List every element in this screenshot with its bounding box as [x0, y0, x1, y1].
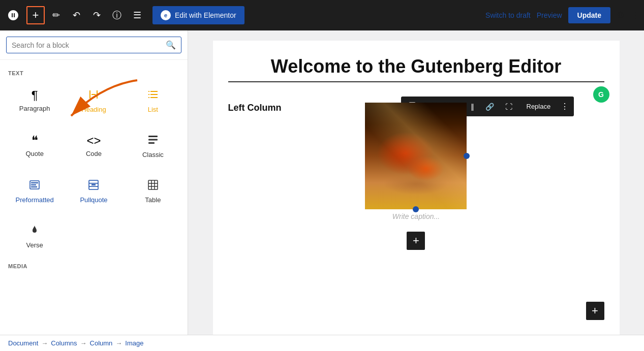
breadcrumb-sep-1: → — [41, 339, 48, 347]
pullquote-block[interactable]: Pullquote — [65, 173, 122, 210]
block-sidebar: 🔍 TEXT ¶ Paragraph — [0, 30, 188, 335]
svg-line-35 — [410, 156, 411, 172]
svg-point-31 — [383, 156, 439, 181]
add-block-bottom-button[interactable]: + — [586, 302, 604, 320]
svg-rect-15 — [89, 183, 98, 184]
center-column: Write caption... + — [353, 103, 479, 250]
svg-rect-42 — [365, 103, 467, 209]
heading-block[interactable]: Heading — [65, 82, 122, 119]
svg-rect-11 — [31, 182, 38, 183]
pullquote-icon — [87, 179, 100, 193]
svg-rect-9 — [148, 142, 155, 144]
resize-handle-right[interactable] — [464, 153, 470, 159]
quote-icon: ❝ — [32, 135, 38, 147]
image-tool-replace[interactable]: Replace — [522, 100, 556, 113]
paragraph-block[interactable]: ¶ Paragraph — [6, 82, 63, 119]
svg-point-39 — [398, 133, 434, 153]
image-tool-crop[interactable]: ⛶ — [500, 100, 517, 114]
svg-rect-41 — [434, 136, 444, 141]
svg-rect-12 — [31, 184, 36, 185]
undo-button[interactable]: ↶ — [67, 6, 85, 24]
tools-button[interactable]: ✏ — [47, 6, 65, 24]
svg-rect-18 — [148, 180, 158, 189]
page-title[interactable]: Welcome to the Gutenberg Editor — [228, 56, 604, 82]
search-icon[interactable]: 🔍 — [166, 40, 176, 50]
top-toolbar: + ✏ ↶ ↷ ⓘ ☰ e Edit with Elementor Switch… — [0, 0, 644, 30]
breadcrumb-columns[interactable]: Columns — [51, 339, 77, 347]
toolbar-right: Switch to draft Preview Update ⚙ ⋮ — [485, 7, 640, 23]
quote-label: Quote — [25, 150, 43, 157]
list-block[interactable]: List — [125, 82, 181, 119]
sidebar-search-area: 🔍 — [0, 30, 188, 60]
left-column-header: Left Column — [228, 103, 349, 113]
text-blocks-grid-2: ❝ Quote <> Code Classic — [0, 123, 188, 169]
breadcrumb-column[interactable]: Column — [90, 339, 113, 347]
svg-rect-13 — [31, 186, 37, 187]
quote-block[interactable]: ❝ Quote — [6, 127, 63, 165]
breadcrumb-bar: Document → Columns → Column → Image — [0, 335, 644, 351]
svg-rect-27 — [370, 169, 462, 171]
resize-handle-bottom[interactable] — [413, 206, 419, 212]
svg-rect-25 — [365, 103, 467, 209]
add-block-center-button[interactable]: + — [407, 232, 425, 250]
code-block[interactable]: <> Code — [65, 127, 122, 165]
preformatted-icon — [28, 179, 41, 193]
grammarly-icon: G — [593, 86, 609, 103]
image-caption[interactable]: Write caption... — [392, 212, 440, 220]
heading-label: Heading — [81, 106, 106, 113]
editor-area[interactable]: G Welcome to the Gutenberg Editor ⋮⋮ ↕ ∥… — [188, 30, 644, 335]
svg-line-36 — [416, 157, 418, 173]
media-section-label: MEDIA — [0, 259, 188, 271]
preformatted-block[interactable]: Preformatted — [6, 173, 63, 210]
verse-block[interactable]: Verse — [6, 218, 63, 255]
breadcrumb-sep-3: → — [115, 339, 122, 347]
breadcrumb-document[interactable]: Document — [8, 339, 38, 347]
svg-rect-26 — [370, 169, 462, 204]
text-section-label: TEXT — [0, 66, 188, 78]
list-icon — [147, 88, 159, 103]
elementor-button-label: Edit with Elementor — [175, 11, 236, 19]
right-column: Right Column — [479, 103, 604, 250]
wordpress-logo — [4, 6, 22, 24]
image-tool-link[interactable]: 🔗 — [480, 100, 499, 114]
update-button[interactable]: Update — [568, 7, 610, 23]
editor-content: G Welcome to the Gutenberg Editor ⋮⋮ ↕ ∥… — [213, 41, 620, 335]
info-button[interactable]: ⓘ — [108, 6, 126, 24]
breadcrumb-sep-2: → — [80, 339, 87, 347]
paragraph-label: Paragraph — [19, 105, 50, 112]
heading-icon — [87, 88, 100, 103]
image-container[interactable] — [365, 103, 467, 209]
classic-block[interactable]: Classic — [125, 127, 181, 165]
switch-to-draft-button[interactable]: Switch to draft — [485, 11, 531, 19]
verse-icon — [28, 224, 41, 238]
image-tool-more[interactable]: ⋮ — [557, 99, 573, 114]
table-block[interactable]: Table — [125, 173, 181, 210]
svg-rect-5 — [148, 97, 149, 98]
svg-rect-17 — [91, 184, 96, 186]
classic-icon — [147, 134, 159, 148]
elementor-icon: e — [161, 10, 171, 20]
image-tool-align[interactable]: ∥ — [466, 100, 479, 114]
svg-point-32 — [385, 156, 436, 176]
breadcrumb-image[interactable]: Image — [125, 339, 143, 347]
svg-point-33 — [388, 154, 434, 173]
left-column: Left Column — [228, 103, 354, 250]
settings-button[interactable]: ⚙ — [617, 10, 625, 21]
text-blocks-grid-4: Verse — [0, 214, 188, 259]
search-input[interactable] — [12, 41, 162, 49]
add-block-button[interactable]: + — [26, 6, 45, 24]
edit-with-elementor-button[interactable]: e Edit with Elementor — [152, 6, 244, 24]
verse-label: Verse — [26, 241, 43, 249]
svg-rect-37 — [365, 103, 467, 148]
redo-button[interactable]: ↷ — [87, 6, 106, 24]
svg-line-34 — [403, 157, 405, 173]
svg-rect-8 — [148, 139, 158, 141]
table-icon — [147, 179, 159, 193]
food-image — [365, 103, 467, 209]
more-options-button[interactable]: ⋮ — [631, 10, 640, 21]
svg-rect-1 — [148, 91, 149, 92]
svg-rect-3 — [148, 94, 149, 95]
text-blocks-grid: ¶ Paragraph Heading — [0, 78, 188, 123]
list-view-button[interactable]: ☰ — [128, 6, 146, 24]
preview-button[interactable]: Preview — [537, 11, 562, 19]
